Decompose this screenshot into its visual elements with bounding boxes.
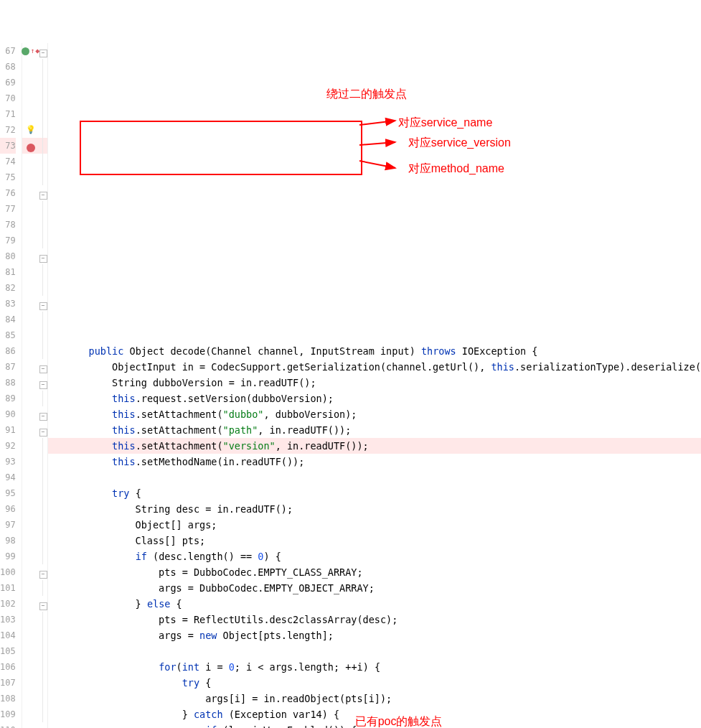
code-line[interactable]: for(int i = 0; i < args.length; ++i) { <box>48 659 701 675</box>
code-line[interactable]: Object[] args; <box>48 517 701 533</box>
code-line[interactable]: this.request.setVersion(dubboVersion); <box>48 391 701 406</box>
line-number[interactable]: 79 <box>0 233 16 248</box>
code-line[interactable]: this.setAttachment("path", in.readUTF())… <box>48 422 701 438</box>
code-line[interactable]: this.setAttachment("version", in.readUTF… <box>48 438 701 454</box>
breakpoint-icon[interactable] <box>27 144 35 152</box>
fold-guide <box>42 485 43 501</box>
svg-line-2 <box>359 161 395 168</box>
line-number[interactable]: 68 <box>0 59 16 75</box>
fold-toggle-icon[interactable]: − <box>39 255 47 263</box>
code-line[interactable]: } catch (Exception var14) { <box>48 706 701 722</box>
fold-guide <box>42 138 43 154</box>
line-number[interactable]: 108 <box>0 691 16 706</box>
code-line[interactable]: public Object decode(Channel channel, In… <box>48 343 701 359</box>
fold-toggle-icon[interactable]: − <box>39 381 47 389</box>
fold-toggle-icon[interactable]: − <box>39 413 47 421</box>
code-line[interactable]: pts = ReflectUtils.desc2classArray(desc)… <box>48 612 701 627</box>
annotation-label-3: 对应method_name <box>408 161 504 177</box>
line-number[interactable]: 91 <box>0 422 16 438</box>
line-number[interactable]: 81 <box>0 264 16 280</box>
line-number[interactable]: 70 <box>0 90 16 106</box>
line-number[interactable]: 87 <box>0 359 16 375</box>
code-line[interactable]: args = new Object[pts.length]; <box>48 627 701 643</box>
line-number[interactable]: 89 <box>0 391 16 406</box>
fold-toggle-icon[interactable]: − <box>39 302 47 310</box>
line-number[interactable]: 72 <box>0 122 16 138</box>
fold-toggle-icon[interactable]: − <box>39 429 47 437</box>
line-number[interactable]: 84 <box>0 312 16 327</box>
line-number[interactable]: 94 <box>0 470 16 485</box>
code-line[interactable]: String desc = in.readUTF(); <box>48 501 701 517</box>
line-number[interactable]: 67 <box>0 43 16 59</box>
line-number[interactable]: 74 <box>0 154 16 169</box>
line-number[interactable]: 103 <box>0 612 16 627</box>
line-number[interactable]: 80 <box>0 248 16 264</box>
code-line[interactable]: try { <box>48 485 701 501</box>
fold-toggle-icon[interactable]: − <box>39 602 47 610</box>
code-line[interactable]: } else { <box>48 596 701 612</box>
line-number[interactable]: 107 <box>0 675 16 691</box>
line-number[interactable]: 69 <box>0 75 16 90</box>
code-line[interactable]: ObjectInput in = CodecSupport.getSeriali… <box>48 359 701 375</box>
fold-toggle-icon[interactable]: − <box>39 192 47 200</box>
fold-guide <box>42 659 43 675</box>
line-number[interactable]: 106 <box>0 659 16 675</box>
fold-toggle-icon[interactable]: − <box>39 365 47 373</box>
line-number[interactable]: 110 <box>0 722 16 728</box>
fold-toggle-icon[interactable]: − <box>39 50 47 57</box>
code-line[interactable]: if (desc.length() == 0) { <box>48 549 701 564</box>
run-line-icon[interactable]: ↑◆ <box>22 43 39 59</box>
code-line[interactable]: this.setAttachment("dubbo", dubboVersion… <box>48 406 701 422</box>
code-line[interactable]: pts = DubboCodec.EMPTY_CLASS_ARRAY; <box>48 564 701 580</box>
fold-guide <box>42 59 43 75</box>
line-number[interactable]: 99 <box>0 549 16 564</box>
line-number[interactable]: 75 <box>0 169 16 185</box>
fold-guide <box>42 438 43 454</box>
code-line[interactable]: this.setMethodName(in.readUTF()); <box>48 454 701 470</box>
fold-guide <box>42 106 43 122</box>
fold-toggle-icon[interactable]: − <box>39 571 47 579</box>
line-number[interactable]: 97 <box>0 517 16 533</box>
lightbulb-icon[interactable]: 💡 <box>26 122 36 138</box>
line-number[interactable]: 82 <box>0 280 16 296</box>
fold-gutter[interactable]: −−−−−−−−−−− <box>39 43 48 728</box>
fold-guide <box>42 264 43 280</box>
marker-gutter[interactable]: ↑◆💡 <box>22 43 39 728</box>
code-line[interactable]: Class[] pts; <box>48 533 701 549</box>
fold-guide <box>42 580 43 596</box>
line-number[interactable]: 101 <box>0 580 16 596</box>
line-number[interactable]: 83 <box>0 296 16 312</box>
line-number[interactable]: 109 <box>0 706 16 722</box>
line-number[interactable]: 95 <box>0 485 16 501</box>
code-area[interactable]: 绕过二的触发点 对应service_name 对应service_version… <box>48 43 701 728</box>
line-number[interactable]: 105 <box>0 643 16 659</box>
line-number[interactable]: 90 <box>0 406 16 422</box>
fold-guide <box>42 675 43 691</box>
code-line[interactable] <box>48 643 701 659</box>
code-line[interactable] <box>48 470 701 485</box>
fold-guide <box>42 533 43 549</box>
line-number-gutter[interactable]: 6768697071727374757677787980818283848586… <box>0 43 22 728</box>
code-line[interactable]: args[i] = in.readObject(pts[i]); <box>48 691 701 706</box>
code-line[interactable]: try { <box>48 675 701 691</box>
line-number[interactable]: 88 <box>0 375 16 391</box>
fold-guide <box>42 691 43 706</box>
fold-guide <box>42 706 43 722</box>
line-number[interactable]: 86 <box>0 343 16 359</box>
line-number[interactable]: 85 <box>0 327 16 343</box>
line-number[interactable]: 102 <box>0 596 16 612</box>
line-number[interactable]: 78 <box>0 217 16 233</box>
line-number[interactable]: 77 <box>0 201 16 217</box>
line-number[interactable]: 93 <box>0 454 16 470</box>
line-number[interactable]: 71 <box>0 106 16 122</box>
code-line[interactable]: String dubboVersion = in.readUTF(); <box>48 375 701 391</box>
line-number[interactable]: 76 <box>0 185 16 201</box>
line-number[interactable]: 100 <box>0 564 16 580</box>
line-number[interactable]: 92 <box>0 438 16 454</box>
line-number[interactable]: 96 <box>0 501 16 517</box>
line-number[interactable]: 98 <box>0 533 16 549</box>
line-number[interactable]: 104 <box>0 627 16 643</box>
code-line[interactable]: if (log.isWarnEnabled()) { <box>48 722 701 728</box>
code-line[interactable]: args = DubboCodec.EMPTY_OBJECT_ARRAY; <box>48 580 701 596</box>
line-number[interactable]: 73 <box>0 138 16 154</box>
